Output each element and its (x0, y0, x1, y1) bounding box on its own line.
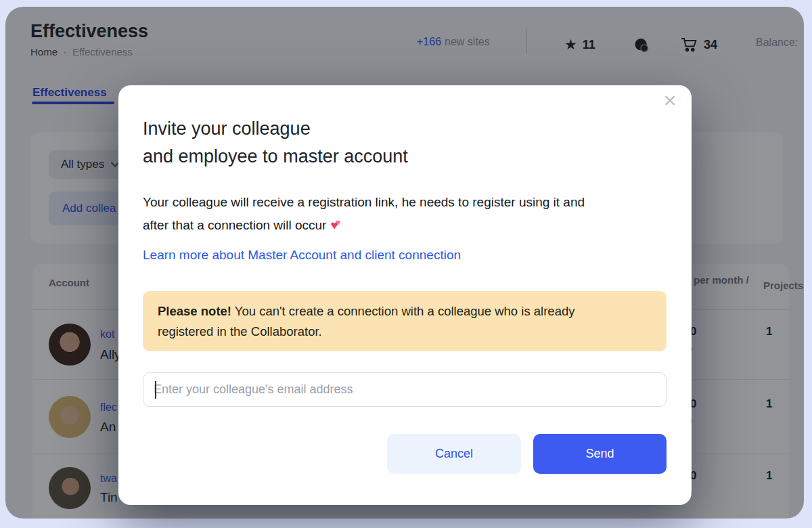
close-icon[interactable]: × (658, 89, 681, 112)
warning-note: Please note! You can't create a connecti… (143, 291, 667, 351)
modal-description: Your colleague will receive a registrati… (143, 192, 585, 236)
invite-colleague-modal: × Invite your colleague and employee to … (118, 85, 692, 505)
warning-note-line2: registered in the Collaborator. (158, 322, 652, 342)
send-button[interactable]: Send (533, 434, 667, 474)
hearts-emoji: ♥♥ (330, 213, 340, 236)
modal-title-line2: and employee to master account (143, 143, 408, 171)
modal-title-line1: Invite your colleague (143, 115, 408, 143)
text-cursor (155, 381, 156, 399)
modal-title: Invite your colleague and employee to ma… (143, 115, 408, 171)
modal-description-line1: Your colleague will receive a registrati… (143, 192, 585, 213)
email-input[interactable] (143, 372, 667, 407)
cancel-button[interactable]: Cancel (387, 434, 521, 474)
warning-note-bold: Please note! (158, 304, 231, 318)
learn-more-link[interactable]: Learn more about Master Account and clie… (143, 248, 461, 263)
modal-description-line2: after that a connection will occur♥♥ (143, 213, 585, 236)
